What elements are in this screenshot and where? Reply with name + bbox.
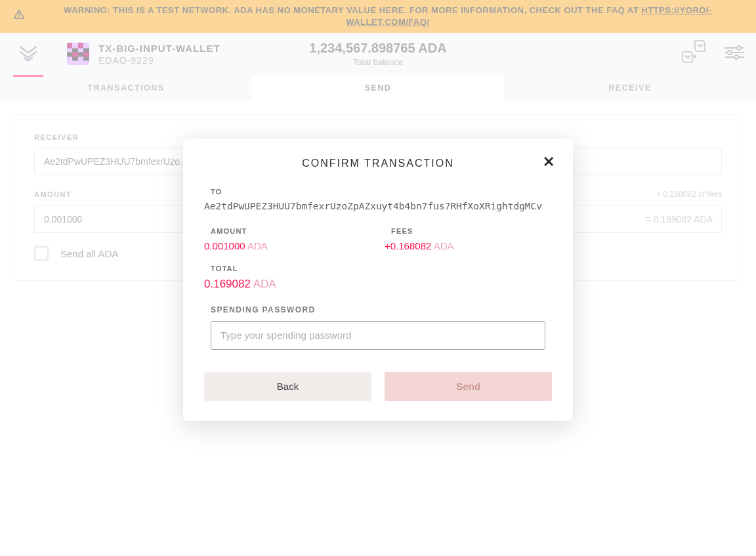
modal-to-address: Ae2tdPwUPEZ3HUU7bmfexrUzoZpAZxuyt4b4bn7f… xyxy=(204,200,552,214)
back-button[interactable]: Back xyxy=(204,372,371,401)
modal-to-label: TO xyxy=(211,188,552,196)
modal-fees-label: FEES xyxy=(391,227,454,235)
confirm-transaction-modal: CONFIRM TRANSACTION ✕ TO Ae2tdPwUPEZ3HUU… xyxy=(183,139,573,421)
modal-total-value: 0.169082 ADA xyxy=(204,278,552,291)
modal-fees-currency: ADA xyxy=(434,240,454,251)
modal-fees-value: +0.168082 ADA xyxy=(385,240,454,251)
modal-total-currency: ADA xyxy=(253,278,276,290)
modal-title: CONFIRM TRANSACTION xyxy=(204,158,552,169)
modal-fees-number: +0.168082 xyxy=(385,240,431,251)
modal-amount-value: 0.001000 ADA xyxy=(204,240,345,251)
modal-amount-currency: ADA xyxy=(247,240,268,251)
modal-amount-label: AMOUNT xyxy=(211,227,345,235)
spending-password-label: SPENDING PASSWORD xyxy=(211,305,545,314)
close-icon[interactable]: ✕ xyxy=(543,155,555,169)
modal-total-label: TOTAL xyxy=(211,265,552,272)
spending-password-input[interactable] xyxy=(211,321,545,350)
modal-total-number: 0.169082 xyxy=(204,278,251,290)
modal-amount-number: 0.001000 xyxy=(204,240,245,251)
send-button[interactable]: Send xyxy=(385,372,552,401)
